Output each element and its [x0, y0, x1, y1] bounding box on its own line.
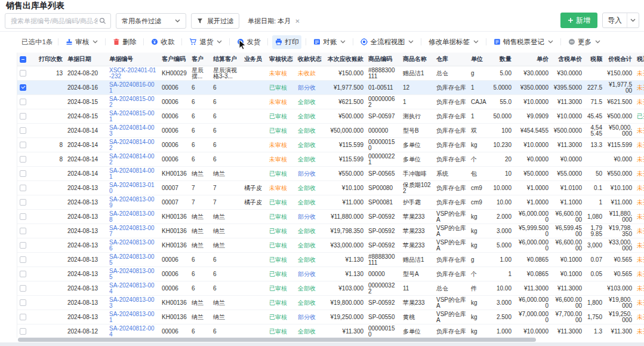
- toolbar-button-发货[interactable]: 发货: [234, 35, 263, 49]
- cell-no[interactable]: SA-20240813-005: [107, 253, 159, 267]
- toolbar-button-对账[interactable]: 对账: [310, 35, 349, 49]
- import-caret[interactable]: [627, 13, 639, 27]
- toolbar-button-全流程视图[interactable]: 全流程视图: [358, 35, 417, 49]
- row-checkbox[interactable]: [20, 185, 26, 191]
- row-checkbox[interactable]: [20, 142, 26, 148]
- row-checkbox[interactable]: [20, 170, 26, 177]
- table-row[interactable]: 2024-08-13SA-20240813-006KH00136纳兰纳兰已审核全…: [17, 238, 644, 253]
- table-row[interactable]: 82024-08-14SA-20240814-0020000666未审核全部收¥…: [17, 138, 644, 152]
- search-input[interactable]: [10, 17, 99, 25]
- cell-no[interactable]: SA-20240813-007: [107, 224, 159, 238]
- row-checkbox[interactable]: [20, 127, 26, 134]
- table-row[interactable]: 2024-08-13SA-20240813-0050000666已审核全部收¥1…: [17, 253, 644, 267]
- cell-sel[interactable]: [17, 138, 32, 152]
- cell-no[interactable]: SA-20240812-004: [107, 324, 159, 338]
- table-row[interactable]: 2024-08-13SA-20240813-001KH00136纳兰纳兰已审核部…: [17, 310, 644, 324]
- row-checkbox[interactable]: [20, 328, 26, 335]
- cell-no[interactable]: SA-20240813-006: [107, 238, 159, 253]
- toolbar-button-删除[interactable]: 删除: [110, 35, 139, 49]
- horizontal-scrollbar[interactable]: [18, 338, 536, 342]
- row-checkbox[interactable]: [20, 228, 26, 234]
- row-checkbox[interactable]: [20, 156, 26, 163]
- table-row[interactable]: 82024-08-14SA-20240814-0020000666未审核全部收¥…: [17, 152, 644, 167]
- order-number-link[interactable]: SA-20240813-005: [109, 253, 155, 266]
- order-number-link[interactable]: SA-20240813-006: [109, 239, 155, 252]
- order-number-link[interactable]: SA-20240815-001: [109, 110, 155, 123]
- cell-sel[interactable]: [17, 167, 32, 181]
- cell-sel[interactable]: [17, 95, 32, 109]
- order-number-link[interactable]: SA-20240813-001: [109, 311, 155, 323]
- cell-sel[interactable]: [17, 238, 32, 253]
- table-row[interactable]: 2024-08-13SA-20240813-007KH00136纳兰纳兰已审核全…: [17, 224, 644, 238]
- cell-sel[interactable]: [17, 253, 32, 267]
- common-filter-select[interactable]: 常用条件过滤: [116, 13, 186, 29]
- table-row[interactable]: 132024-08-20XSCK-202401-01-232KH00029星辰摆…: [17, 66, 644, 81]
- order-number-link[interactable]: SA-20240814-001: [109, 167, 155, 180]
- cell-no[interactable]: SA-20240813-005: [107, 267, 159, 281]
- order-number-link[interactable]: SA-20240814-003: [109, 124, 155, 137]
- expand-filter-button[interactable]: 展开过滤: [191, 13, 239, 29]
- order-number-link[interactable]: SA-20240816-001: [109, 81, 155, 94]
- cell-sel[interactable]: [17, 195, 32, 210]
- row-checkbox[interactable]: [20, 271, 26, 277]
- cell-no[interactable]: SA-20240813-010: [107, 181, 159, 195]
- cell-no[interactable]: XSCK-202401-01-232: [107, 66, 159, 81]
- table-row[interactable]: 2024-08-13SA-20240813-0040000666已审核全部收¥1…: [17, 281, 644, 296]
- table-row[interactable]: 2024-08-15SA-20240815-0010000666已审核全部收¥5…: [17, 109, 644, 124]
- import-button[interactable]: 导入: [602, 13, 639, 28]
- order-number-link[interactable]: SA-20240813-003: [109, 296, 155, 309]
- table-row[interactable]: 2024-08-13SA-20240813-003KH00136纳兰纳兰已审核全…: [17, 296, 644, 310]
- toolbar-button-退货[interactable]: 退货: [186, 35, 225, 49]
- row-checkbox[interactable]: [20, 84, 26, 91]
- row-checkbox[interactable]: [20, 99, 26, 105]
- cell-sel[interactable]: [17, 310, 32, 324]
- cell-sel[interactable]: [17, 296, 32, 310]
- order-number-link[interactable]: SA-20240813-005: [109, 268, 155, 280]
- cell-sel[interactable]: [17, 224, 32, 238]
- cell-sel[interactable]: [17, 152, 32, 167]
- row-checkbox[interactable]: [20, 314, 26, 320]
- table-row[interactable]: 2024-08-13SA-20240813-0100000777橘子皮未审核全部…: [17, 181, 644, 195]
- row-checkbox[interactable]: [20, 199, 26, 206]
- row-checkbox[interactable]: [20, 256, 26, 263]
- toolbar-button-更多[interactable]: 更多: [565, 35, 603, 49]
- order-number-link[interactable]: SA-20240813-009: [109, 196, 155, 209]
- cell-sel[interactable]: [17, 181, 32, 195]
- row-checkbox[interactable]: [20, 285, 26, 292]
- row-checkbox[interactable]: [20, 113, 26, 120]
- cell-no[interactable]: SA-20240813-004: [107, 281, 159, 296]
- cell-no[interactable]: SA-20240814-001: [107, 167, 159, 181]
- table-row[interactable]: 2024-08-13SA-20240813-008KH00136纳兰纳兰已审核部…: [17, 210, 644, 224]
- table-row[interactable]: 2024-08-16SA-20240816-0010000666已审核部分收¥1…: [17, 81, 644, 95]
- cell-sel[interactable]: [17, 324, 32, 338]
- toolbar-button-审核[interactable]: 审核: [63, 35, 101, 49]
- search-input-wrap[interactable]: [5, 13, 111, 29]
- select-all-checkbox[interactable]: [20, 56, 26, 63]
- cell-sel[interactable]: [17, 124, 32, 138]
- cell-no[interactable]: SA-20240816-001: [107, 81, 159, 95]
- table-row[interactable]: 2024-08-15SA-20240815-0020000666未审核全部收¥6…: [17, 95, 644, 109]
- order-number-link[interactable]: XSCK-202401-01-232: [109, 67, 156, 79]
- cell-no[interactable]: SA-20240814-002: [107, 138, 159, 152]
- cell-no[interactable]: SA-20240813-008: [107, 210, 159, 224]
- table-row[interactable]: 2024-08-13SA-20240813-0050000666已审核部分收¥1…: [17, 267, 644, 281]
- cell-no[interactable]: SA-20240813-001: [107, 310, 159, 324]
- cell-no[interactable]: SA-20240814-003: [107, 124, 159, 138]
- cell-sel[interactable]: [17, 281, 32, 296]
- cell-no[interactable]: SA-20240815-001: [107, 109, 159, 124]
- row-checkbox[interactable]: [20, 299, 26, 306]
- order-number-link[interactable]: SA-20240814-002: [109, 139, 155, 151]
- cell-no[interactable]: SA-20240813-003: [107, 296, 159, 310]
- cell-sel[interactable]: [17, 109, 32, 124]
- cell-sel[interactable]: [17, 267, 32, 281]
- cell-sel[interactable]: [17, 66, 32, 81]
- order-number-link[interactable]: SA-20240815-002: [109, 96, 155, 108]
- row-checkbox[interactable]: [20, 213, 26, 220]
- toolbar-button-销售税票登记[interactable]: 销售税票登记: [491, 35, 556, 49]
- col-header-sel[interactable]: [17, 53, 32, 66]
- order-number-link[interactable]: SA-20240813-008: [109, 210, 155, 223]
- order-number-link[interactable]: SA-20240814-002: [109, 153, 155, 166]
- row-checkbox[interactable]: [20, 242, 26, 249]
- cell-sel[interactable]: [17, 81, 32, 95]
- order-number-link[interactable]: SA-20240813-010: [109, 182, 155, 194]
